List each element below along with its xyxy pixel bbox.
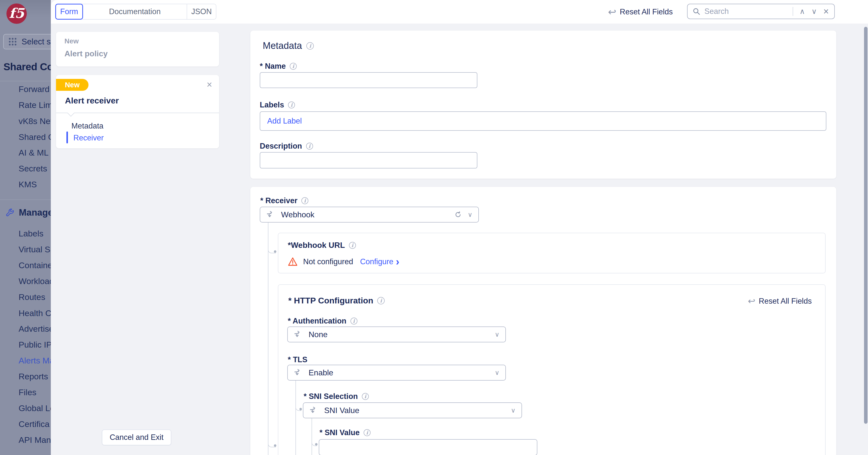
http-configuration-card: * HTTP Configuration i ↩ Reset All Field… <box>278 284 826 455</box>
sidebar-item-reports[interactable]: Reports <box>19 372 48 381</box>
draft-title: Alert policy <box>64 49 107 58</box>
sidebar-item-rate-limiter[interactable]: Rate Lim <box>19 100 51 110</box>
search-input[interactable]: Search ∧ ∨ × <box>687 4 835 19</box>
authentication-dropdown[interactable]: None ∨ <box>287 326 506 342</box>
name-field[interactable] <box>260 72 477 88</box>
sidebar-item-workloads[interactable]: Workload <box>19 276 51 286</box>
search-prev-icon[interactable]: ∧ <box>800 8 805 15</box>
tab-json[interactable]: JSON <box>187 4 216 19</box>
info-icon[interactable]: i <box>350 318 358 324</box>
name-label: * Name <box>260 62 286 71</box>
card-divider <box>56 113 219 113</box>
chevron-down-icon: ∨ <box>468 211 472 219</box>
chevron-down-icon: ∨ <box>511 407 516 414</box>
draft-card-alert-policy[interactable]: New Alert policy <box>56 32 219 66</box>
sni-selection-label: * SNI Selection <box>304 392 358 401</box>
sni-value-label: * SNI Value <box>319 428 360 437</box>
sni-value-field[interactable] <box>319 439 537 455</box>
reset-all-fields-top[interactable]: ↩ Reset All Fields <box>608 0 673 24</box>
sidebar-item-secrets[interactable]: Secrets <box>19 164 47 173</box>
sidebar-item-vk8s[interactable]: vK8s Net <box>19 116 51 126</box>
info-icon[interactable]: i <box>306 42 314 50</box>
sidebar-item-health-checks[interactable]: Health C <box>19 308 51 318</box>
branch-icon <box>294 368 303 377</box>
nav-item-metadata[interactable]: Metadata <box>71 121 103 131</box>
webhook-url-title: *Webhook URL <box>288 240 345 250</box>
vertical-scrollbar-thumb[interactable] <box>864 27 868 424</box>
metadata-heading: Metadata <box>263 40 302 51</box>
sidebar-item-api-management[interactable]: API Mana <box>19 435 51 445</box>
info-icon[interactable]: i <box>377 297 385 305</box>
undo-icon: ↩ <box>608 7 616 17</box>
sidebar-item-certificates[interactable]: Certifica <box>19 419 50 429</box>
search-close-icon[interactable]: × <box>824 7 829 16</box>
info-icon[interactable]: i <box>362 393 369 400</box>
webhook-status: Not configured <box>303 257 353 266</box>
search-next-icon[interactable]: ∨ <box>811 8 817 15</box>
receiver-value: Webhook <box>281 210 314 219</box>
info-icon[interactable]: i <box>290 63 297 70</box>
http-config-title: * HTTP Configuration <box>288 296 373 305</box>
search-divider <box>793 7 793 16</box>
sidebar-item-ai-ml[interactable]: AI & ML <box>19 148 49 158</box>
receiver-dropdown[interactable]: Webhook ∨ <box>260 207 479 223</box>
refresh-icon[interactable] <box>454 211 462 218</box>
info-icon[interactable]: i <box>364 429 371 436</box>
close-icon[interactable]: × <box>207 80 212 89</box>
wrench-icon <box>5 208 15 218</box>
sidebar-manage-heading: Manage <box>5 207 51 218</box>
tab-documentation[interactable]: Documentation <box>83 4 187 19</box>
labels-label: Labels <box>260 101 284 109</box>
sidebar-item-routes[interactable]: Routes <box>19 292 45 302</box>
tls-label: * TLS <box>288 355 307 364</box>
chevron-down-icon: ∨ <box>495 369 499 377</box>
sidebar-item-alerts-management[interactable]: Alerts Ma <box>19 356 51 365</box>
sidebar-divider <box>0 81 51 81</box>
active-card-alert-receiver: New × Alert receiver Metadata Receiver <box>56 75 219 148</box>
sidebar-item-forward[interactable]: Forward <box>19 84 50 94</box>
info-icon[interactable]: i <box>349 242 356 249</box>
authentication-label: * Authentication <box>288 317 346 325</box>
sidebar-item-shared[interactable]: Shared C <box>19 132 51 142</box>
draft-badge: New <box>64 37 79 45</box>
sidebar-item-containers[interactable]: Containe <box>19 260 51 270</box>
info-icon[interactable]: i <box>306 143 313 150</box>
card-divider-notch <box>67 110 74 117</box>
add-label-button[interactable]: Add Label <box>267 117 302 125</box>
connector-line <box>312 418 312 455</box>
description-field[interactable] <box>260 152 477 168</box>
select-service-button[interactable]: Select s <box>3 34 51 49</box>
search-placeholder: Search <box>705 7 793 16</box>
tab-form[interactable]: Form <box>55 4 83 20</box>
sidebar-item-files[interactable]: Files <box>19 388 36 397</box>
connector-dot <box>300 408 302 410</box>
configure-link[interactable]: Configure <box>360 257 393 266</box>
nav-item-receiver[interactable]: Receiver <box>73 134 103 142</box>
sni-selection-dropdown[interactable]: SNI Value ∨ <box>303 402 522 418</box>
reset-http-label: Reset All Fields <box>759 297 812 306</box>
cancel-and-exit-button[interactable]: Cancel and Exit <box>102 429 171 445</box>
sidebar-item-global-log[interactable]: Global Lo <box>19 403 51 413</box>
f5-logo-text: f5 <box>9 6 24 20</box>
warning-icon <box>288 257 298 266</box>
connector-dot <box>274 444 276 447</box>
sidebar-item-kms[interactable]: KMS <box>19 180 37 189</box>
labels-box: Add Label <box>260 111 826 131</box>
active-nav-indicator <box>66 132 68 143</box>
sidebar-item-public-ip[interactable]: Public IP <box>19 340 51 349</box>
info-icon[interactable]: i <box>288 102 295 108</box>
info-icon[interactable]: i <box>301 197 308 204</box>
undo-icon: ↩ <box>748 297 755 306</box>
f5-logo[interactable]: f5 <box>6 3 27 24</box>
chevron-right-icon: › <box>396 258 399 265</box>
select-service-label: Select s <box>22 37 51 47</box>
sidebar-item-advertise[interactable]: Advertise <box>19 324 51 334</box>
branch-icon <box>309 406 318 415</box>
connector-line <box>268 223 269 455</box>
sidebar-item-virtual-sites[interactable]: Virtual Si <box>19 245 51 254</box>
tls-dropdown[interactable]: Enable ∨ <box>287 365 506 380</box>
view-tabgroup: Form Documentation JSON <box>55 4 216 20</box>
sidebar-item-labels[interactable]: Labels <box>19 229 43 238</box>
form-content: New Alert policy New × Alert receiver Me… <box>51 24 868 455</box>
reset-all-fields-http[interactable]: ↩ Reset All Fields <box>748 297 812 306</box>
